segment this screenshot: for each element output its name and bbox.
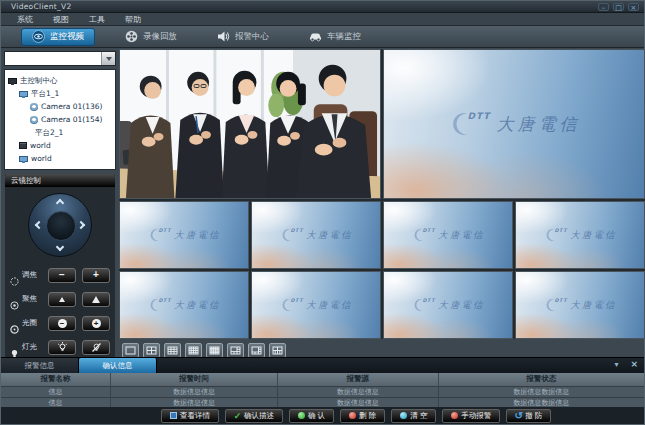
light-on-button[interactable]	[48, 340, 76, 355]
film-reel-icon	[125, 30, 138, 43]
nav-tab-bar: 监控视频 录像回放 报警中心 车辆监控	[1, 26, 644, 48]
tab-alarm-info[interactable]: 报警信息	[1, 358, 79, 373]
cell-alarm-name: 信息	[1, 386, 110, 397]
layout-button-mixed[interactable]	[269, 343, 286, 358]
dtt-watermark: DTT 大唐電信	[411, 228, 484, 242]
chevron-down-icon[interactable]	[101, 52, 115, 65]
device-tree: 主控制中心 平台1_1 Camera 01(136) Camera 01(154…	[4, 69, 116, 170]
zoom-out-button[interactable]: −	[48, 268, 76, 283]
alarm-panel: 报警信息 确认信息 ▾ × 报警名称 报警时间 报警源 报警状态 信息	[1, 357, 644, 424]
menu-item[interactable]: 工具	[79, 13, 115, 26]
combobox-value[interactable]	[5, 52, 101, 65]
layout-button-1plus5[interactable]	[227, 343, 244, 358]
collapse-icon[interactable]: ▾	[614, 360, 618, 369]
video-client-window: VideoClient_V2 – □ × 系统视图工具帮助 监控视频 录像回放	[0, 0, 645, 425]
layout-button-5x5[interactable]	[206, 343, 223, 358]
col-alarm-status: 报警状态	[438, 373, 644, 386]
video-tile-small[interactable]: DTT 大唐電信	[383, 271, 513, 339]
car-icon	[309, 30, 322, 43]
iris-open-button[interactable]: +	[82, 316, 110, 331]
light-off-button[interactable]	[82, 340, 110, 355]
logo-text: 大唐電信	[174, 229, 220, 242]
alarm-button-icon	[298, 412, 305, 419]
video-tile-small[interactable]: DTT 大唐電信	[251, 201, 381, 269]
layout-button-4x4[interactable]	[185, 343, 202, 358]
dtt-watermark: DTT 大唐電信	[279, 228, 352, 242]
tree-item[interactable]: world	[5, 139, 115, 152]
layout-button-2x2[interactable]	[143, 343, 160, 358]
col-alarm-name: 报警名称	[1, 373, 110, 386]
menu-bar: 系统视图工具帮助	[1, 13, 644, 26]
alarm-button-label: 清 空	[410, 411, 427, 421]
video-tile-logo[interactable]: DTT 大唐電信	[383, 49, 645, 199]
tab-alarm-center[interactable]: 报警中心	[207, 28, 279, 46]
alarm-action-button[interactable]: 确 认	[289, 409, 334, 423]
menu-item[interactable]: 视图	[43, 13, 79, 26]
pan-right-arrow[interactable]	[77, 221, 85, 229]
maximize-button[interactable]: □	[613, 3, 624, 11]
video-tile-small[interactable]: DTT 大唐電信	[515, 271, 645, 339]
tab-confirm-info[interactable]: 确认信息	[79, 358, 157, 373]
tree-item[interactable]: world	[5, 152, 115, 165]
alarm-table-row[interactable]: 信息 数据信息信息 数据信息信息 数据信息数据信息	[1, 386, 644, 397]
tree-item[interactable]: 主控制中心	[5, 74, 115, 87]
dtt-watermark: DTT 大唐電信	[448, 111, 581, 137]
video-tile-small[interactable]: DTT 大唐電信	[251, 271, 381, 339]
tree-item[interactable]: Camera 01(154)	[5, 113, 115, 126]
video-tile-live[interactable]	[119, 49, 381, 199]
video-tile-small[interactable]: DTT 大唐電信	[515, 201, 645, 269]
device-label: world	[31, 154, 52, 163]
video-tile-small[interactable]: DTT 大唐電信	[119, 201, 249, 269]
alarm-action-button[interactable]: 清 空	[391, 409, 436, 423]
tree-item[interactable]: 平台1_1	[5, 87, 115, 100]
device-select-combobox[interactable]	[4, 51, 116, 66]
dtt-watermark: DTT 大唐電信	[279, 298, 352, 312]
layout-button-3x3[interactable]	[164, 343, 181, 358]
alarm-action-button[interactable]: 确认描述	[225, 409, 283, 423]
logo-text: 大唐電信	[570, 299, 616, 312]
alarm-action-button[interactable]: 手动报警	[442, 409, 500, 423]
layout-button-1plus7[interactable]	[248, 343, 265, 358]
zoom-in-button[interactable]: +	[82, 268, 110, 283]
alarm-button-icon	[451, 412, 458, 419]
menu-item[interactable]: 系统	[7, 13, 43, 26]
tab-label: 报警中心	[235, 31, 269, 43]
device-label: Camera 01(136)	[41, 102, 103, 111]
minimize-button[interactable]: –	[598, 3, 609, 11]
menu-item[interactable]: 帮助	[115, 13, 151, 26]
focus-far-button[interactable]	[82, 292, 110, 307]
video-area: DTT 大唐電信 DTT 大唐電信	[119, 49, 645, 359]
panel-close-icon[interactable]: ×	[630, 359, 638, 369]
tab-vehicle-monitor[interactable]: 车辆监控	[299, 28, 371, 46]
logo-text: 大唐電信	[438, 229, 484, 242]
device-label: world	[30, 141, 51, 150]
focus-near-button[interactable]	[48, 292, 76, 307]
eye-icon	[32, 30, 45, 43]
alarm-action-button[interactable]: 撤 防	[506, 409, 551, 423]
alarm-button-label: 查看详情	[180, 411, 210, 421]
tab-playback[interactable]: 录像回放	[115, 28, 187, 46]
video-tile-small[interactable]: DTT 大唐電信	[383, 201, 513, 269]
tab-surveillance-video[interactable]: 监控视频	[21, 28, 95, 46]
alarm-action-button[interactable]: 删 除	[340, 409, 385, 423]
tree-item[interactable]: Camera 01(136)	[5, 100, 115, 113]
video-tile-small[interactable]: DTT 大唐電信	[119, 271, 249, 339]
video-grid: DTT 大唐電信 DTT 大唐電信	[119, 49, 645, 339]
layout-button-1x1[interactable]	[122, 343, 139, 358]
ptz-directional-pad[interactable]	[28, 193, 92, 257]
brand-text: DTT	[422, 228, 435, 234]
pan-down-arrow[interactable]	[56, 243, 64, 251]
tree-item[interactable]: 平台2_1	[5, 126, 115, 139]
pan-up-arrow[interactable]	[56, 199, 64, 207]
focus-ring-icon	[10, 295, 19, 304]
alarm-action-button[interactable]: 查看详情	[161, 409, 219, 423]
speaker-icon	[217, 30, 230, 43]
ptz-pad-center[interactable]	[46, 211, 76, 241]
pan-left-arrow[interactable]	[35, 221, 43, 229]
alarm-tab-strip: 报警信息 确认信息 ▾ ×	[1, 358, 644, 373]
iris-close-button[interactable]: −	[48, 316, 76, 331]
alarm-table-header: 报警名称 报警时间 报警源 报警状态	[1, 373, 644, 386]
logo-text: 大唐電信	[306, 229, 352, 242]
alarm-button-icon	[515, 412, 522, 419]
close-button[interactable]: ×	[628, 3, 639, 11]
